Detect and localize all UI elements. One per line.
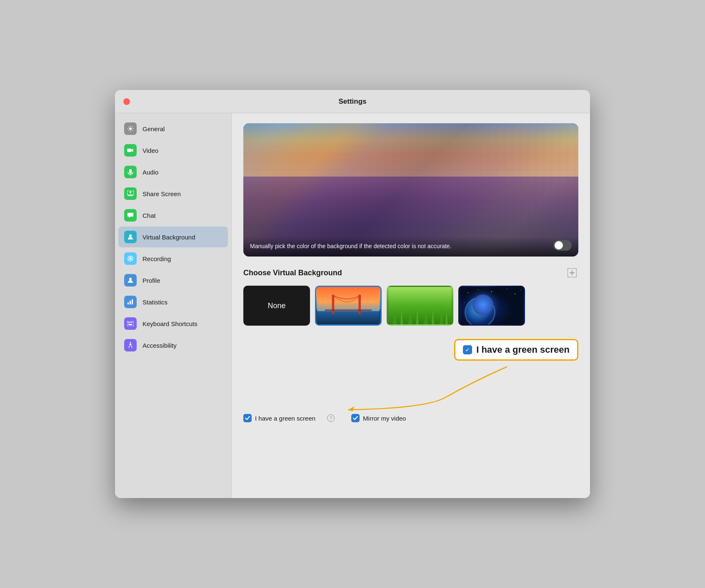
svg-point-25 — [478, 290, 478, 291]
virtual-background-icon — [124, 231, 137, 243]
svg-rect-12 — [130, 322, 131, 323]
svg-point-30 — [464, 302, 465, 303]
green-screen-checkbox[interactable] — [243, 414, 252, 422]
svg-rect-11 — [128, 322, 129, 323]
sidebar-item-profile[interactable]: Profile — [118, 270, 228, 291]
sidebar-label-keyboard-shortcuts: Keyboard Shortcuts — [142, 320, 198, 327]
section-header: Choose Virtual Background — [243, 267, 578, 279]
svg-rect-8 — [130, 301, 131, 304]
sidebar-item-statistics[interactable]: Statistics — [118, 292, 228, 312]
sidebar-item-general[interactable]: General — [118, 118, 228, 139]
svg-point-6 — [129, 278, 132, 280]
mirror-video-option[interactable]: Mirror my video — [351, 414, 406, 422]
svg-rect-7 — [128, 302, 129, 304]
settings-window: Settings General — [115, 90, 590, 498]
close-button[interactable] — [123, 98, 130, 105]
svg-point-29 — [521, 290, 521, 290]
bridge-thumbnail — [316, 287, 380, 324]
sidebar-label-virtual-background: Virtual Background — [142, 234, 195, 241]
svg-rect-1 — [127, 149, 131, 152]
svg-rect-21 — [325, 309, 372, 311]
preview-instruction-text: Manually pick the color of the backgroun… — [250, 243, 451, 249]
svg-point-27 — [507, 289, 508, 289]
svg-point-26 — [491, 291, 492, 292]
preview-overlay: Manually pick the color of the backgroun… — [243, 237, 578, 257]
checkmark-icon — [245, 416, 250, 420]
svg-point-0 — [129, 127, 132, 130]
svg-rect-20 — [358, 295, 361, 314]
green-screen-help-icon[interactable]: ? — [327, 414, 335, 422]
svg-point-5 — [129, 257, 132, 260]
plus-icon — [568, 268, 577, 277]
section-title: Choose Virtual Background — [243, 269, 342, 277]
grass-thumbnail — [388, 287, 452, 324]
sidebar-label-chat: Chat — [142, 212, 156, 219]
titlebar: Settings — [115, 90, 590, 113]
chat-icon — [124, 209, 137, 222]
profile-icon — [124, 274, 137, 287]
svg-rect-18 — [317, 311, 380, 324]
sidebar-label-share-screen: Share Screen — [142, 190, 181, 197]
window-title: Settings — [338, 97, 366, 106]
bg-thumb-space[interactable] — [458, 286, 525, 326]
accessibility-icon — [124, 339, 137, 351]
keyboard-shortcuts-icon — [124, 317, 137, 330]
general-icon — [124, 122, 137, 135]
sidebar-label-recording: Recording — [142, 255, 171, 262]
callout-checkbox: ✓ — [463, 345, 472, 354]
svg-point-15 — [130, 342, 131, 344]
svg-point-3 — [129, 234, 132, 237]
sidebar-label-video: Video — [142, 147, 158, 154]
statistics-icon — [124, 296, 137, 308]
svg-rect-14 — [128, 324, 132, 325]
sidebar-label-audio: Audio — [142, 169, 158, 176]
svg-point-28 — [515, 294, 515, 294]
sidebar-item-chat[interactable]: Chat — [118, 205, 228, 226]
sidebar-label-statistics: Statistics — [142, 299, 168, 306]
sidebar-item-accessibility[interactable]: Accessibility — [118, 335, 228, 356]
svg-rect-9 — [132, 299, 133, 304]
mirror-video-label: Mirror my video — [363, 415, 406, 422]
audio-icon — [124, 166, 137, 178]
green-screen-label: I have a green screen — [255, 415, 315, 422]
green-screen-option[interactable]: I have a green screen — [243, 414, 315, 422]
recording-icon — [124, 252, 137, 265]
bottom-options: I have a green screen ? Mirror my video — [243, 411, 578, 422]
main-panel: Manually pick the color of the backgroun… — [232, 113, 590, 498]
sidebar-item-audio[interactable]: Audio — [118, 162, 228, 182]
bg-thumb-none[interactable]: None — [243, 286, 310, 326]
svg-point-24 — [468, 292, 469, 293]
toggle-knob — [555, 241, 563, 249]
share-screen-icon — [124, 187, 137, 200]
svg-rect-10 — [127, 321, 134, 326]
callout-wrapper: ✓ I have a green screen — [243, 339, 578, 361]
sidebar-item-video[interactable]: Video — [118, 140, 228, 161]
sidebar-label-general: General — [142, 125, 165, 132]
callout-text: I have a green screen — [476, 344, 570, 355]
background-thumbnails: None — [243, 286, 578, 326]
sidebar-item-virtual-background[interactable]: Virtual Background — [118, 227, 228, 247]
preview-toggle[interactable] — [553, 240, 572, 251]
preview-container: Manually pick the color of the backgroun… — [243, 123, 578, 257]
bg-thumb-grass[interactable] — [387, 286, 453, 326]
content-area: General Video — [115, 113, 590, 498]
mirror-video-checkbox[interactable] — [351, 414, 360, 422]
bg-none-label: None — [268, 301, 285, 310]
sidebar-item-share-screen[interactable]: Share Screen — [118, 183, 228, 204]
sidebar-item-keyboard-shortcuts[interactable]: Keyboard Shortcuts — [118, 313, 228, 334]
checkmark-icon-2 — [353, 416, 358, 420]
sidebar: General Video — [115, 113, 232, 498]
sidebar-item-recording[interactable]: Recording — [118, 248, 228, 269]
sidebar-label-accessibility: Accessibility — [142, 342, 177, 349]
svg-rect-19 — [332, 295, 335, 314]
sidebar-label-profile: Profile — [142, 277, 160, 284]
callout-annotation: ✓ I have a green screen — [454, 339, 578, 361]
video-icon — [124, 144, 137, 157]
add-background-button[interactable] — [566, 267, 578, 279]
svg-rect-13 — [131, 322, 132, 323]
space-thumbnail — [460, 287, 524, 324]
annotation-layer: ✓ I have a green screen — [243, 339, 578, 422]
annotation-arrow — [243, 365, 578, 415]
callout-region: ✓ I have a green screen — [243, 339, 578, 415]
bg-thumb-bridge[interactable] — [315, 286, 382, 326]
